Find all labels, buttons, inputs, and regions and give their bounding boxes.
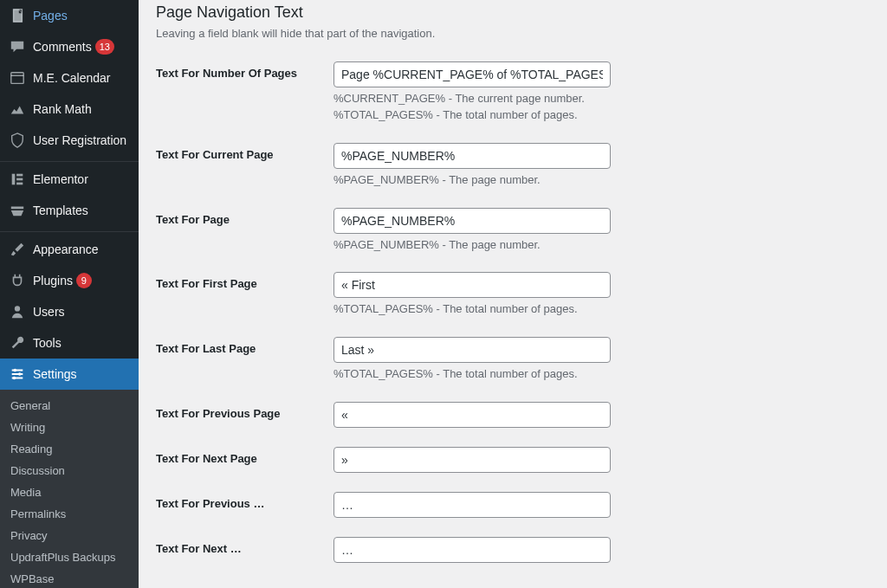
- field-label: Text For Current Page: [156, 143, 333, 161]
- comment-icon: [9, 38, 26, 55]
- sub-item-reading[interactable]: Reading: [0, 438, 139, 460]
- sidebar-item-pages[interactable]: Pages: [0, 0, 139, 31]
- input-first-page[interactable]: [333, 272, 611, 298]
- sidebar-item-label: Templates: [33, 204, 88, 217]
- field-label: Text For First Page: [156, 272, 333, 290]
- sub-item-privacy[interactable]: Privacy: [0, 525, 139, 546]
- sidebar-item-appearance[interactable]: Appearance: [0, 231, 139, 265]
- sidebar-item-label: Pages: [33, 9, 68, 23]
- sidebar-item-label: Rank Math: [33, 102, 92, 116]
- field-help: %TOTAL_PAGES% - The total number of page…: [333, 301, 611, 318]
- page-title: Page Navigation Text: [156, 3, 870, 22]
- settings-content: Page Navigation Text Leaving a field bla…: [139, 0, 887, 588]
- sidebar-item-plugins[interactable]: Plugins 9: [0, 265, 139, 296]
- row-last-page: Text For Last Page %TOTAL_PAGES% - The t…: [156, 337, 870, 383]
- sidebar-item-templates[interactable]: Templates: [0, 195, 139, 226]
- input-next-page[interactable]: [333, 447, 611, 473]
- sidebar-item-rank-math[interactable]: Rank Math: [0, 94, 139, 125]
- input-current-page[interactable]: [333, 143, 611, 169]
- field-label: Text For Previous Page: [156, 402, 333, 420]
- input-next-ellipsis[interactable]: [333, 537, 611, 563]
- sidebar-item-label: M.E. Calendar: [33, 71, 110, 85]
- shield-icon: [9, 132, 26, 149]
- page-description: Leaving a field blank will hide that par…: [156, 27, 870, 40]
- sidebar-item-settings[interactable]: Settings: [0, 359, 139, 390]
- plug-icon: [9, 272, 26, 289]
- input-number-of-pages[interactable]: [333, 61, 611, 87]
- sidebar-item-label: Settings: [33, 367, 77, 381]
- sidebar-item-elementor[interactable]: Elementor: [0, 161, 139, 195]
- svg-point-8: [18, 372, 22, 376]
- field-help: %TOTAL_PAGES% - The total number of page…: [333, 366, 611, 383]
- svg-point-9: [13, 377, 16, 380]
- settings-submenu: General Writing Reading Discussion Media…: [0, 390, 139, 588]
- input-last-page[interactable]: [333, 337, 611, 363]
- svg-rect-4: [16, 178, 23, 181]
- sub-item-wpbase[interactable]: WPBase: [0, 568, 139, 588]
- field-help: %PAGE_NUMBER% - The page number.: [333, 172, 611, 189]
- sidebar-item-me-calendar[interactable]: M.E. Calendar: [0, 62, 139, 94]
- comments-badge: 13: [95, 39, 114, 55]
- svg-rect-1: [11, 73, 23, 84]
- row-next-ellipsis: Text For Next …: [156, 537, 870, 563]
- templates-icon: [9, 202, 26, 219]
- row-previous-ellipsis: Text For Previous …: [156, 492, 870, 518]
- admin-sidebar: Pages Comments 13 M.E. Calendar Rank Mat…: [0, 0, 139, 588]
- field-label: Text For Page: [156, 208, 333, 226]
- svg-point-7: [14, 369, 17, 372]
- sub-item-permalinks[interactable]: Permalinks: [0, 503, 139, 525]
- row-previous-page: Text For Previous Page: [156, 402, 870, 428]
- sidebar-item-label: Appearance: [33, 242, 99, 256]
- svg-point-6: [15, 306, 20, 311]
- svg-rect-5: [16, 183, 23, 185]
- row-first-page: Text For First Page %TOTAL_PAGES% - The …: [156, 272, 870, 318]
- sidebar-item-label: Plugins: [33, 274, 73, 288]
- sub-item-updraftplus[interactable]: UpdraftPlus Backups: [0, 546, 139, 568]
- sub-item-writing[interactable]: Writing: [0, 417, 139, 438]
- wrench-icon: [9, 334, 26, 352]
- row-page: Text For Page %PAGE_NUMBER% - The page n…: [156, 208, 870, 254]
- user-icon: [9, 303, 26, 320]
- sub-item-discussion[interactable]: Discussion: [0, 460, 139, 481]
- input-page[interactable]: [333, 208, 611, 234]
- field-help: %PAGE_NUMBER% - The page number.: [333, 237, 611, 254]
- sidebar-item-users[interactable]: Users: [0, 296, 139, 327]
- sub-item-media[interactable]: Media: [0, 481, 139, 503]
- field-label: Text For Number Of Pages: [156, 61, 333, 80]
- sidebar-item-label: Comments: [33, 40, 92, 54]
- pages-icon: [9, 7, 26, 24]
- sidebar-item-user-registration[interactable]: User Registration: [0, 125, 139, 156]
- row-number-of-pages: Text For Number Of Pages %CURRENT_PAGE% …: [156, 61, 870, 124]
- field-label: Text For Last Page: [156, 337, 333, 355]
- field-help: %CURRENT_PAGE% - The current page number…: [333, 91, 611, 124]
- sidebar-item-tools[interactable]: Tools: [0, 327, 139, 359]
- calendar-icon: [9, 69, 26, 87]
- analytics-icon: [9, 100, 26, 118]
- sub-item-general[interactable]: General: [0, 395, 139, 417]
- elementor-icon: [9, 171, 26, 188]
- svg-rect-2: [12, 174, 16, 185]
- field-label: Text For Next Page: [156, 447, 333, 465]
- row-next-page: Text For Next Page: [156, 447, 870, 473]
- field-label: Text For Previous …: [156, 492, 333, 510]
- sidebar-item-label: User Registration: [33, 133, 126, 147]
- sidebar-item-label: Tools: [33, 336, 62, 350]
- input-previous-page[interactable]: [333, 402, 611, 428]
- input-previous-ellipsis[interactable]: [333, 492, 611, 518]
- brush-icon: [9, 241, 26, 258]
- sidebar-item-label: Elementor: [33, 172, 88, 186]
- plugins-badge: 9: [76, 273, 92, 288]
- row-current-page: Text For Current Page %PAGE_NUMBER% - Th…: [156, 143, 870, 189]
- sidebar-item-comments[interactable]: Comments 13: [0, 31, 139, 62]
- svg-rect-3: [16, 174, 23, 177]
- sidebar-item-label: Users: [33, 305, 65, 319]
- field-label: Text For Next …: [156, 537, 333, 555]
- sliders-icon: [9, 365, 26, 383]
